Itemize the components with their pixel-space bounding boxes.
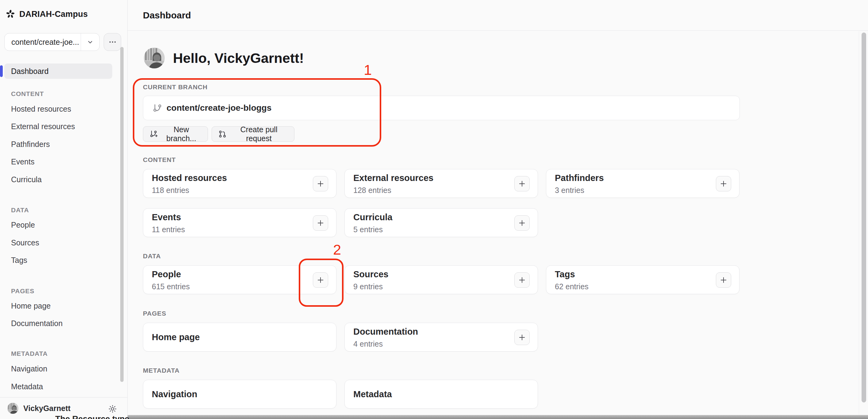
- chevron-down-icon: [81, 33, 99, 51]
- sidebar-section-content: CONTENT: [11, 90, 44, 97]
- collection-card-navigation[interactable]: Navigation: [143, 380, 337, 409]
- card-title: External resources: [353, 173, 433, 183]
- collection-card-events[interactable]: Events 11 entries: [143, 208, 337, 237]
- annotation-box-current-branch: [133, 78, 381, 147]
- sidebar-item-metadata[interactable]: Metadata: [4, 379, 112, 394]
- plus-icon: [316, 179, 325, 188]
- add-entry-button[interactable]: [514, 272, 530, 288]
- add-entry-button[interactable]: [514, 215, 530, 231]
- section-label-metadata: METADATA: [143, 367, 180, 374]
- card-title: Sources: [353, 269, 388, 279]
- main-scrollbar-track: [859, 31, 859, 415]
- page-title: Dashboard: [143, 0, 191, 31]
- plus-icon: [518, 276, 526, 285]
- collection-card-pathfinders[interactable]: Pathfinders 3 entries: [546, 169, 740, 198]
- branch-more-button[interactable]: [104, 33, 121, 51]
- card-title: Pathfinders: [555, 173, 604, 183]
- sidebar-item-pathfinders[interactable]: Pathfinders: [4, 137, 112, 152]
- card-title: Hosted resources: [152, 173, 227, 183]
- plus-icon: [719, 179, 728, 188]
- card-title: People: [152, 269, 181, 279]
- plus-icon: [719, 276, 728, 285]
- add-entry-button[interactable]: [716, 176, 731, 191]
- add-entry-button[interactable]: [514, 176, 530, 191]
- sidebar-item-navigation[interactable]: Navigation: [4, 361, 112, 377]
- card-entry-count: 3 entries: [555, 186, 584, 195]
- annotation-step-1: 1: [364, 61, 372, 78]
- collection-card-documentation[interactable]: Documentation 4 entries: [344, 323, 538, 352]
- dariah-flower-logo-icon: [5, 9, 16, 19]
- sidebar-section-metadata: METADATA: [11, 350, 48, 357]
- sidebar-item-tags[interactable]: Tags: [4, 252, 112, 268]
- plus-icon: [518, 179, 526, 188]
- sidebar-item-documentation[interactable]: Documentation: [4, 316, 112, 331]
- plus-icon: [316, 219, 325, 227]
- main-scrollbar-thumb[interactable]: [862, 32, 866, 402]
- sun-icon: [108, 404, 117, 414]
- collection-card-metadata[interactable]: Metadata: [344, 380, 538, 409]
- collection-card-curricula[interactable]: Curricula 5 entries: [344, 208, 538, 237]
- section-label-pages: PAGES: [143, 310, 166, 317]
- add-entry-button[interactable]: [716, 272, 731, 288]
- card-title: Events: [152, 212, 181, 222]
- user-name: VickyGarnett: [23, 404, 70, 413]
- sidebar-item-hosted-resources[interactable]: Hosted resources: [4, 101, 112, 117]
- section-label-content: CONTENT: [143, 156, 176, 163]
- branch-selector[interactable]: content/create-joe...: [4, 33, 100, 51]
- collection-card-home-page[interactable]: Home page: [143, 323, 337, 352]
- main-header: Dashboard: [128, 0, 868, 31]
- theme-toggle-button[interactable]: [106, 402, 119, 415]
- card-entry-count: 118 entries: [152, 186, 189, 195]
- collection-card-hosted-resources[interactable]: Hosted resources 118 entries: [143, 169, 337, 198]
- card-title: Tags: [555, 269, 575, 279]
- branch-selector-value: content/create-joe...: [5, 38, 81, 47]
- card-entry-count: 128 entries: [353, 186, 391, 195]
- app-window: DARIAH-Campus content/create-joe... Dash…: [0, 0, 868, 419]
- collection-card-sources[interactable]: Sources 9 entries: [344, 265, 538, 294]
- sidebar-item-dashboard[interactable]: Dashboard: [4, 63, 112, 79]
- collection-card-tags[interactable]: Tags 62 entries: [546, 265, 740, 294]
- collection-card-external-resources[interactable]: External resources 128 entries: [344, 169, 538, 198]
- sidebar-item-people[interactable]: People: [4, 217, 112, 233]
- sidebar: DARIAH-Campus content/create-joe... Dash…: [0, 0, 128, 419]
- sidebar-item-sources[interactable]: Sources: [4, 235, 112, 250]
- card-entry-count: 62 entries: [555, 282, 589, 291]
- card-title: Navigation: [152, 389, 197, 399]
- clipped-overlay-text: The Resource type: [55, 414, 129, 419]
- sidebar-item-external-resources[interactable]: External resources: [4, 119, 112, 134]
- card-title: Home page: [152, 332, 200, 342]
- annotation-box-add-person: [299, 259, 343, 307]
- card-entry-count: 9 entries: [353, 282, 383, 291]
- add-entry-button[interactable]: [514, 330, 530, 345]
- greeting-heading: Hello, VickyGarnett!: [173, 50, 304, 66]
- card-entry-count: 11 entries: [152, 225, 185, 234]
- ellipsis-icon: [108, 38, 117, 46]
- sidebar-section-pages: PAGES: [11, 288, 34, 295]
- card-title: Curricula: [353, 212, 392, 222]
- card-title: Metadata: [353, 389, 392, 399]
- sidebar-item-home-page[interactable]: Home page: [4, 298, 112, 313]
- add-entry-button[interactable]: [313, 176, 328, 191]
- add-entry-button[interactable]: [313, 215, 328, 231]
- sidebar-item-events[interactable]: Events: [4, 154, 112, 169]
- card-title: Documentation: [353, 327, 418, 337]
- greeting-avatar: [144, 48, 165, 68]
- app-name: DARIAH-Campus: [19, 9, 88, 19]
- app-logo-row: DARIAH-Campus: [5, 9, 88, 19]
- card-entry-count: 4 entries: [353, 339, 383, 349]
- active-item-indicator: [0, 65, 3, 77]
- card-entry-count: 5 entries: [353, 225, 383, 234]
- bottom-window-edge: [128, 415, 868, 419]
- card-entry-count: 615 entries: [152, 282, 190, 291]
- sidebar-item-curricula[interactable]: Curricula: [4, 172, 112, 187]
- plus-icon: [518, 333, 526, 342]
- plus-icon: [518, 219, 526, 227]
- user-avatar: [7, 403, 19, 414]
- sidebar-scrollbar-thumb[interactable]: [120, 47, 124, 382]
- section-label-data: DATA: [143, 252, 161, 260]
- sidebar-section-data: DATA: [11, 206, 29, 214]
- annotation-step-2: 2: [333, 241, 341, 258]
